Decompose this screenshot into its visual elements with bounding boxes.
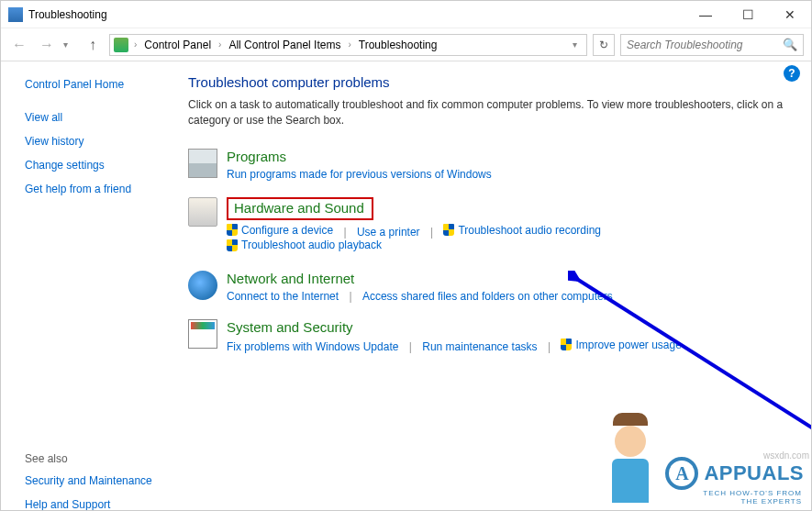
forward-button[interactable]: → <box>36 34 58 56</box>
search-input[interactable] <box>627 39 783 51</box>
system-title[interactable]: System and Security <box>227 319 353 335</box>
shield-icon <box>227 239 238 251</box>
sub-audio-recording[interactable]: Troubleshoot audio recording <box>443 224 601 237</box>
sub-maintenance[interactable]: Run maintenance tasks <box>422 340 537 353</box>
control-panel-home-link[interactable]: Control Panel Home <box>25 78 177 91</box>
system-icon <box>188 319 217 349</box>
app-icon <box>8 7 23 22</box>
close-button[interactable]: ✕ <box>769 1 811 28</box>
network-icon <box>188 271 217 300</box>
sidebar-get-help[interactable]: Get help from a friend <box>25 183 177 195</box>
minimize-button[interactable]: — <box>684 1 727 28</box>
crumb-troubleshooting[interactable]: Troubleshooting <box>357 39 439 51</box>
category-hardware: Hardware and Sound Configure a device | … <box>188 197 789 254</box>
sub-run-compat[interactable]: Run programs made for previous versions … <box>227 168 492 181</box>
address-dropdown[interactable]: ▾ <box>567 39 583 50</box>
history-dropdown[interactable]: ▾ <box>63 39 76 50</box>
back-button[interactable]: ← <box>8 34 30 56</box>
sidebar-view-history[interactable]: View history <box>25 135 177 148</box>
seealso-help-support[interactable]: Help and Support <box>25 498 177 511</box>
page-description: Click on a task to automatically trouble… <box>188 97 789 128</box>
sub-configure-device[interactable]: Configure a device <box>227 224 333 237</box>
help-icon[interactable]: ? <box>784 65 800 82</box>
refresh-button[interactable]: ↻ <box>593 34 615 56</box>
crumb-control-panel[interactable]: Control Panel <box>142 39 213 51</box>
see-also-label: See also <box>25 452 177 465</box>
shield-icon <box>443 224 454 236</box>
titlebar: Troubleshooting — ☐ ✕ <box>1 1 811 28</box>
main-content: ? Troubleshoot computer problems Click o… <box>184 61 811 510</box>
hardware-title[interactable]: Hardware and Sound <box>227 197 373 220</box>
sidebar: Control Panel Home View all View history… <box>1 61 184 510</box>
control-panel-icon <box>114 38 128 52</box>
sub-use-printer[interactable]: Use a printer <box>357 226 420 239</box>
category-programs: Programs Run programs made for previous … <box>188 149 789 181</box>
sub-power-usage[interactable]: Improve power usage <box>561 339 681 351</box>
sidebar-change-settings[interactable]: Change settings <box>25 159 177 172</box>
breadcrumb-sep: › <box>130 39 140 50</box>
search-icon[interactable]: 🔍 <box>783 38 797 51</box>
category-system: System and Security Fix problems with Wi… <box>188 319 789 354</box>
programs-icon <box>188 149 217 178</box>
address-bar[interactable]: › Control Panel › All Control Panel Item… <box>109 34 587 56</box>
sidebar-view-all[interactable]: View all <box>25 111 177 124</box>
programs-title[interactable]: Programs <box>227 149 286 164</box>
navbar: ← → ▾ ↑ › Control Panel › All Control Pa… <box>1 28 811 61</box>
page-heading: Troubleshoot computer problems <box>188 74 789 90</box>
hardware-icon <box>188 197 217 227</box>
sub-audio-playback[interactable]: Troubleshoot audio playback <box>227 239 382 251</box>
network-title[interactable]: Network and Internet <box>227 271 354 286</box>
crumb-all-items[interactable]: All Control Panel Items <box>227 39 342 51</box>
category-network: Network and Internet Connect to the Inte… <box>188 271 789 303</box>
seealso-security[interactable]: Security and Maintenance <box>25 474 177 487</box>
maximize-button[interactable]: ☐ <box>727 1 769 28</box>
shield-icon <box>227 224 238 236</box>
search-box[interactable]: 🔍 <box>620 34 804 56</box>
sub-connect-internet[interactable]: Connect to the Internet <box>227 290 339 303</box>
shield-icon <box>561 339 572 350</box>
sub-windows-update[interactable]: Fix problems with Windows Update <box>227 340 398 353</box>
up-button[interactable]: ↑ <box>82 34 104 56</box>
sub-shared-files[interactable]: Access shared files and folders on other… <box>362 290 613 303</box>
window-title: Troubleshooting <box>28 8 684 21</box>
